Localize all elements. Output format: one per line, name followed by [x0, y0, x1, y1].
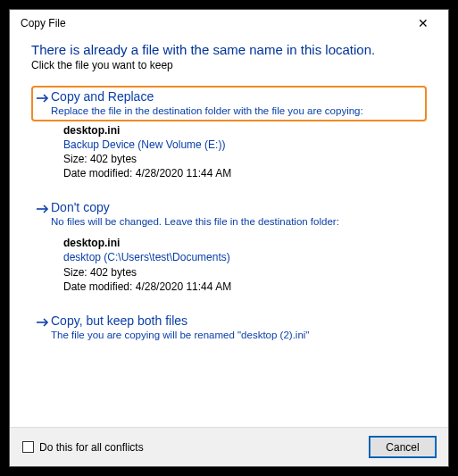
file-modified: Date modified: 4/28/2020 11:44 AM — [63, 280, 427, 294]
option-text: Copy, but keep both files The file you a… — [51, 313, 421, 342]
arrow-right-icon — [35, 201, 51, 217]
option-title: Copy and Replace — [51, 89, 420, 104]
file-modified: Date modified: 4/28/2020 11:44 AM — [63, 166, 427, 180]
option-header: Don't copy No files will be changed. Lea… — [35, 200, 421, 229]
dialog-subheading: Click the file you want to keep — [31, 59, 427, 71]
option-header: Copy and Replace Replace the file in the… — [35, 89, 420, 118]
option-desc: Replace the file in the destination fold… — [51, 104, 420, 118]
dialog-heading: There is already a file with the same na… — [31, 42, 427, 57]
file-path: Backup Device (New Volume (E:)) — [63, 138, 427, 152]
close-button[interactable]: ✕ — [405, 11, 441, 36]
cancel-label: Cancel — [386, 441, 419, 454]
option-title: Copy, but keep both files — [51, 313, 421, 329]
file-size: Size: 402 bytes — [63, 152, 427, 166]
option-title: Don't copy — [51, 200, 421, 215]
outer-frame: Copy File ✕ There is already a file with… — [0, 0, 458, 476]
dialog-footer: Do this for all conflicts Cancel — [10, 427, 448, 466]
arrow-right-icon — [35, 314, 51, 330]
option-header: Copy, but keep both files The file you a… — [35, 313, 421, 342]
option-desc: No files will be changed. Leave this fil… — [51, 215, 421, 229]
titlebar: Copy File ✕ — [10, 10, 448, 37]
file-name: desktop.ini — [63, 123, 427, 138]
file-path: desktop (C:\Users\test\Documents) — [63, 250, 427, 264]
cancel-button[interactable]: Cancel — [370, 437, 436, 457]
option-text: Don't copy No files will be changed. Lea… — [51, 200, 421, 229]
window-title: Copy File — [21, 17, 405, 29]
checkbox-wrap: Do this for all conflicts — [22, 441, 370, 454]
content-area: There is already a file with the same na… — [10, 37, 448, 427]
file-size: Size: 402 bytes — [63, 265, 427, 280]
arrow-right-icon — [35, 90, 51, 106]
file-details: desktop.ini Backup Device (New Volume (E… — [63, 123, 427, 181]
file-details: desktop.ini desktop (C:\Users\test\Docum… — [63, 236, 427, 294]
close-icon: ✕ — [418, 16, 429, 30]
option-desc: The file you are copying will be renamed… — [51, 329, 421, 342]
dialog-window: Copy File ✕ There is already a file with… — [9, 9, 449, 467]
do-for-all-checkbox[interactable] — [22, 441, 34, 453]
option-dont-copy[interactable]: Don't copy No files will be changed. Lea… — [31, 196, 427, 232]
checkbox-label: Do this for all conflicts — [39, 441, 144, 454]
option-keep-both[interactable]: Copy, but keep both files The file you a… — [31, 310, 427, 346]
file-name: desktop.ini — [63, 236, 427, 250]
option-copy-replace[interactable]: Copy and Replace Replace the file in the… — [31, 86, 427, 121]
option-text: Copy and Replace Replace the file in the… — [51, 89, 420, 118]
